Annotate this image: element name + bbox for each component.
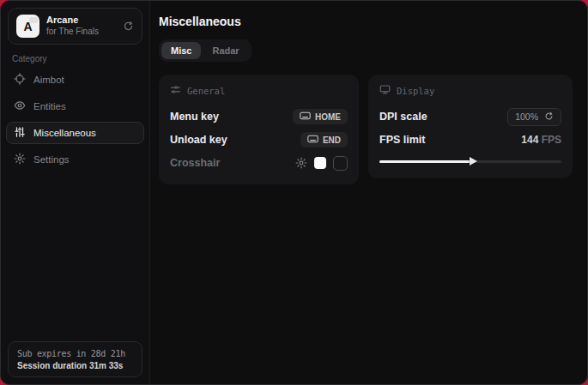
sliders-horizontal-icon bbox=[170, 84, 181, 97]
crosshair-label: Crosshair bbox=[170, 157, 220, 169]
dpi-scale-row: DPI scale 100% bbox=[379, 106, 561, 127]
fps-limit-slider[interactable] bbox=[379, 155, 561, 167]
display-card-header: Display bbox=[379, 84, 561, 97]
session-duration-text: Session duration 31m 33s bbox=[17, 361, 133, 370]
crosshair-checkbox[interactable] bbox=[333, 156, 348, 171]
display-card: Display DPI scale 100% bbox=[368, 75, 573, 178]
main-panel: Miscellaneous Misc Radar General bbox=[150, 1, 587, 384]
unload-key-value: END bbox=[323, 135, 341, 145]
brand-card: A Arcane for The Finals bbox=[8, 8, 142, 45]
sidebar-item-label: Aimbot bbox=[33, 75, 64, 85]
refresh-cw-icon bbox=[544, 111, 554, 123]
crosshair-settings-gear-icon[interactable] bbox=[295, 157, 307, 169]
sidebar-item-settings[interactable]: Settings bbox=[6, 148, 144, 171]
fps-limit-label: FPS limit bbox=[379, 134, 425, 146]
crosshair-icon bbox=[14, 73, 26, 87]
fps-number: 144 bbox=[521, 134, 538, 146]
brand-title: Arcane bbox=[46, 15, 116, 27]
eye-icon bbox=[14, 99, 26, 113]
fps-limit-value: 144 FPS bbox=[521, 134, 561, 146]
tab-bar: Misc Radar bbox=[159, 39, 252, 62]
sidebar-item-label: Miscellaneous bbox=[33, 128, 96, 138]
sidebar: A Arcane for The Finals Category bbox=[1, 1, 150, 384]
keyboard-icon bbox=[300, 111, 311, 122]
tab-radar[interactable]: Radar bbox=[203, 42, 248, 59]
sub-expires-text: Sub expires in 28d 21h bbox=[17, 349, 133, 358]
unload-key-button[interactable]: END bbox=[300, 132, 348, 147]
app-logo: A bbox=[16, 15, 39, 38]
subscription-info: Sub expires in 28d 21h Session duration … bbox=[8, 341, 142, 377]
sidebar-item-entities[interactable]: Entities bbox=[6, 95, 144, 117]
brand-text: Arcane for The Finals bbox=[46, 15, 116, 37]
fps-slider-thumb[interactable] bbox=[470, 157, 477, 165]
crosshair-controls bbox=[295, 156, 348, 171]
fps-limit-row: FPS limit 144 FPS bbox=[379, 129, 561, 150]
sidebar-item-miscellaneous[interactable]: Miscellaneous bbox=[6, 122, 144, 144]
tab-misc[interactable]: Misc bbox=[161, 42, 201, 59]
category-label: Category bbox=[12, 54, 149, 63]
display-card-title: Display bbox=[397, 86, 434, 96]
sidebar-item-label: Settings bbox=[33, 154, 70, 165]
dpi-scale-button[interactable]: 100% bbox=[507, 108, 561, 126]
menu-key-label: Menu key bbox=[170, 111, 219, 123]
dpi-scale-value: 100% bbox=[515, 111, 538, 122]
monitor-icon bbox=[379, 84, 391, 97]
brand-subtitle: for The Finals bbox=[46, 27, 116, 38]
fps-unit: FPS bbox=[542, 134, 561, 146]
dpi-scale-label: DPI scale bbox=[379, 111, 427, 123]
keyboard-icon bbox=[307, 135, 318, 145]
sliders-icon bbox=[14, 126, 26, 140]
general-card: General Menu key HOME bbox=[159, 75, 359, 184]
unload-key-row: Unload key END bbox=[170, 129, 348, 150]
menu-key-value: HOME bbox=[315, 112, 341, 122]
app-window: A Arcane for The Finals Category bbox=[0, 0, 588, 385]
crosshair-color-swatch[interactable] bbox=[314, 157, 326, 169]
menu-key-button[interactable]: HOME bbox=[293, 109, 348, 124]
cards-row: General Menu key HOME bbox=[159, 75, 573, 184]
page-title: Miscellaneous bbox=[159, 15, 573, 28]
menu-key-row: Menu key HOME bbox=[170, 106, 348, 127]
sidebar-item-label: Entities bbox=[33, 101, 66, 111]
general-card-header: General bbox=[170, 84, 348, 97]
sidebar-nav: Aimbot Entities Miscel bbox=[1, 69, 149, 171]
fps-slider-fill bbox=[379, 160, 474, 163]
general-card-title: General bbox=[187, 86, 225, 96]
unload-key-label: Unload key bbox=[170, 134, 227, 146]
refresh-icon[interactable] bbox=[123, 21, 134, 32]
sidebar-item-aimbot[interactable]: Aimbot bbox=[6, 69, 144, 91]
crosshair-row: Crosshair bbox=[170, 153, 348, 173]
gear-icon bbox=[14, 153, 26, 166]
